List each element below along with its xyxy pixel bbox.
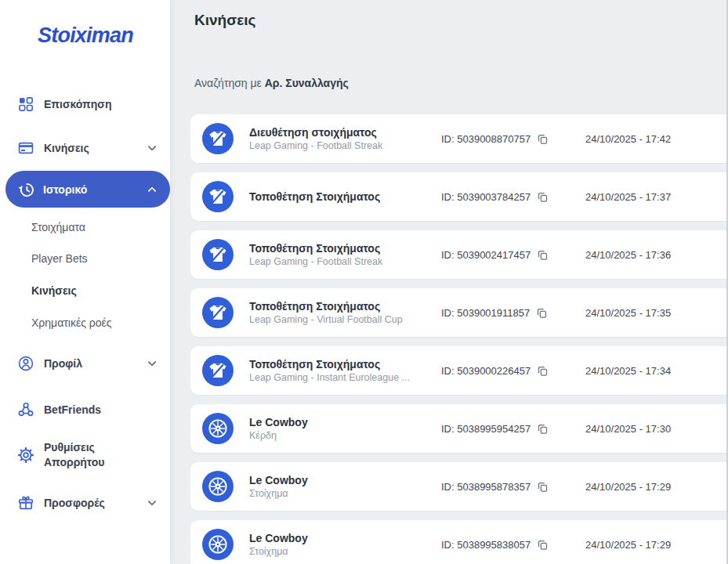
transaction-row[interactable]: Le Cowboy Κέρδη ID: 5038995954257 24/10/… — [190, 404, 728, 453]
transaction-date: 24/10/2025 - 17:36 — [585, 230, 671, 279]
transaction-title: Τοποθέτηση Στοιχήματος — [249, 299, 429, 313]
sidebar-item-label: Προσφορές — [44, 496, 139, 511]
sidebar-item-history[interactable]: Ιστορικό — [5, 171, 170, 208]
search-hint: Αναζήτηση με Αρ. Συναλλαγής — [194, 77, 349, 89]
sidebar-item-privacy-settings[interactable]: Ρυθμίσεις Απορρήτου — [0, 436, 171, 475]
jersey-bet-icon — [202, 239, 234, 270]
transaction-id-text: ID: 5038995838057 — [441, 539, 531, 551]
sidebar-item-label: Ρυθμίσεις Απορρήτου — [44, 440, 138, 470]
transaction-title: Τοποθέτηση Στοιχήματος — [249, 357, 429, 371]
transaction-subtitle: Στοίχημα — [249, 545, 429, 559]
transactions-list: Διευθέτηση στοιχήματος Leap Gaming - Foo… — [190, 114, 728, 564]
transaction-id-text: ID: 5039002417457 — [441, 249, 531, 261]
transaction-row[interactable]: Τοποθέτηση Στοιχήματος Leap Gaming - Ins… — [190, 346, 728, 395]
sidebar-subitem-label: Κινήσεις — [31, 284, 77, 297]
transaction-text: Le Cowboy Στοίχημα — [249, 462, 429, 511]
transaction-id: ID: 5039008870757 — [441, 114, 549, 163]
gear-icon — [17, 446, 34, 464]
user-icon — [17, 355, 34, 372]
transaction-date: 24/10/2025 - 17:42 — [585, 114, 671, 163]
sidebar-subitem-bets[interactable]: Στοιχήματα — [0, 216, 171, 238]
sidebar-item-offers[interactable]: Προσφορές — [0, 490, 171, 516]
transaction-date: 24/10/2025 - 17:34 — [585, 346, 671, 395]
transaction-id-text: ID: 5039001911857 — [441, 307, 530, 319]
transaction-row[interactable]: Διευθέτηση στοιχήματος Leap Gaming - Foo… — [190, 114, 728, 163]
copy-id-button[interactable] — [537, 365, 549, 377]
gift-icon — [17, 494, 34, 512]
sidebar-item-label: Προφίλ — [44, 356, 139, 371]
transaction-id: ID: 5038995878357 — [441, 462, 549, 511]
search-hint-prefix: Αναζήτηση με — [194, 77, 265, 89]
chevron-down-icon — [145, 496, 159, 510]
roulette-wheel-icon — [202, 413, 234, 444]
sidebar-item-overview[interactable]: Επισκόπηση — [0, 91, 171, 118]
roulette-wheel-icon — [202, 471, 234, 502]
transaction-text: Τοποθέτηση Στοιχήματος — [249, 172, 429, 221]
transaction-id-text: ID: 5038995954257 — [441, 423, 531, 435]
transaction-id: ID: 5038995838057 — [441, 520, 549, 564]
transaction-date: 24/10/2025 - 17:30 — [585, 404, 671, 453]
grid-icon — [17, 96, 34, 113]
transaction-date: 24/10/2025 - 17:35 — [585, 288, 671, 337]
transaction-text: Τοποθέτηση Στοιχήματος Leap Gaming - Foo… — [249, 230, 429, 279]
sidebar-item-label: Ιστορικό — [43, 183, 87, 196]
transaction-row[interactable]: Τοποθέτηση Στοιχήματος Leap Gaming - Vir… — [190, 288, 728, 337]
copy-id-button[interactable] — [537, 249, 549, 261]
transaction-title: Le Cowboy — [249, 415, 429, 429]
transaction-id-text: ID: 5038995878357 — [441, 481, 531, 493]
transaction-subtitle: Leap Gaming - Football Streak — [249, 255, 429, 269]
transaction-id-text: ID: 5039003784257 — [441, 191, 531, 203]
stoiximan-logo[interactable]: Stoiximan — [0, 24, 171, 48]
copy-id-button[interactable] — [536, 307, 548, 319]
chevron-down-icon — [145, 141, 159, 155]
copy-id-button[interactable] — [537, 191, 549, 203]
sidebar-item-label: Κινήσεις — [44, 141, 139, 156]
main-content: Κινήσεις Αναζήτηση με Αρ. Συναλλαγής Διε… — [171, 0, 728, 564]
jersey-bet-icon — [202, 181, 234, 212]
chevron-up-icon — [145, 183, 159, 197]
sidebar-item-label: Επισκόπηση — [44, 97, 139, 112]
sidebar-item-profile[interactable]: Προφίλ — [0, 350, 171, 377]
transaction-id-text: ID: 5039000226457 — [441, 365, 531, 377]
friends-network-icon — [17, 401, 34, 418]
transaction-date: 24/10/2025 - 17:37 — [585, 172, 671, 221]
transaction-title: Τοποθέτηση Στοιχήματος — [249, 241, 429, 255]
transaction-text: Τοποθέτηση Στοιχήματος Leap Gaming - Vir… — [249, 288, 429, 337]
sidebar-subitem-label: Χρηματικές ροές — [31, 316, 112, 329]
transaction-subtitle: Στοίχημα — [249, 487, 429, 501]
sidebar-item-betfriends[interactable]: BetFriends — [0, 396, 171, 423]
transaction-id: ID: 5039000226457 — [441, 346, 549, 395]
sidebar-item-label: BetFriends — [44, 403, 139, 418]
transaction-text: Διευθέτηση στοιχήματος Leap Gaming - Foo… — [249, 114, 429, 163]
transaction-date: 24/10/2025 - 17:29 — [585, 520, 671, 564]
transaction-title: Τοποθέτηση Στοιχήματος — [249, 190, 429, 204]
sidebar-subitem-player-bets[interactable]: Player Bets — [0, 248, 171, 269]
transaction-subtitle: Leap Gaming - Instant Euroleague ... — [249, 371, 429, 385]
transaction-title: Le Cowboy — [249, 473, 429, 487]
copy-id-button[interactable] — [537, 423, 549, 435]
sidebar: Stoiximan Επισκόπηση Κινήσεις — [0, 0, 171, 564]
copy-id-button[interactable] — [537, 133, 549, 145]
transaction-title: Διευθέτηση στοιχήματος — [249, 125, 429, 139]
transaction-row[interactable]: Τοποθέτηση Στοιχήματος Leap Gaming - Foo… — [190, 230, 728, 279]
jersey-bet-icon — [202, 297, 234, 328]
copy-id-button[interactable] — [537, 481, 549, 493]
credit-card-icon — [17, 139, 34, 157]
sidebar-subitem-label: Στοιχήματα — [31, 221, 85, 233]
transaction-date: 24/10/2025 - 17:29 — [585, 462, 671, 511]
transaction-text: Le Cowboy Στοίχημα — [249, 520, 429, 564]
transaction-row[interactable]: Τοποθέτηση Στοιχήματος ID: 5039003784257… — [190, 172, 728, 221]
transaction-row[interactable]: Le Cowboy Στοίχημα ID: 5038995878357 24/… — [190, 462, 728, 511]
transaction-id: ID: 5039003784257 — [441, 172, 549, 221]
transaction-title: Le Cowboy — [249, 531, 429, 545]
transaction-subtitle: Κέρδη — [249, 429, 429, 443]
sidebar-subitem-label: Player Bets — [31, 252, 88, 265]
transaction-text: Τοποθέτηση Στοιχήματος Leap Gaming - Ins… — [249, 346, 429, 395]
sidebar-subitem-cash-flows[interactable]: Χρηματικές ροές — [0, 312, 171, 334]
search-hint-field-name: Αρ. Συναλλαγής — [265, 77, 349, 89]
transaction-row[interactable]: Le Cowboy Στοίχημα ID: 5038995838057 24/… — [190, 520, 728, 564]
copy-id-button[interactable] — [537, 539, 549, 551]
sidebar-subitem-movements[interactable]: Κινήσεις — [0, 280, 171, 302]
sidebar-item-movements[interactable]: Κινήσεις — [0, 135, 171, 161]
transaction-id: ID: 5039001911857 — [441, 288, 548, 337]
